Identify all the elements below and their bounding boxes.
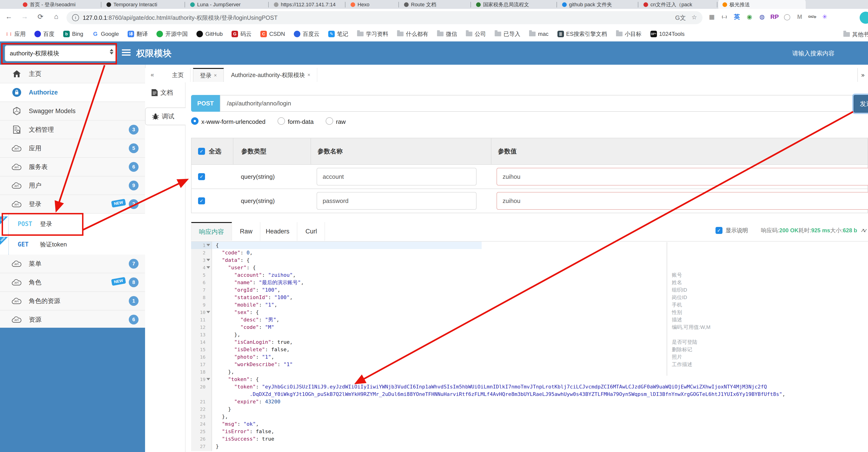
header-search-input[interactable]: 请输入搜索内容 [792, 49, 835, 57]
forward-icon[interactable]: → [20, 12, 30, 21]
home-icon[interactable]: ⌂ [51, 12, 61, 21]
bookmark-item[interactable]: bBing [63, 31, 83, 37]
browser-tab[interactable]: 极光推送 [718, 0, 806, 9]
browser-tab[interactable]: Luna - JumpServer [186, 0, 276, 9]
site-info-icon[interactable]: i [72, 14, 79, 21]
sidebar-item-登录[interactable]: API登录NEW2 [0, 195, 145, 214]
home-icon [11, 69, 22, 79]
bookmark-item[interactable]: mac [529, 31, 548, 37]
sidebar-item-应用[interactable]: API应用5 [0, 139, 145, 158]
sidebar-item-角色的资源[interactable]: API角色的资源1 [0, 292, 145, 310]
sidebar-item-服务表[interactable]: API服务表6 [0, 158, 145, 176]
response-tab-响应内容[interactable]: 响应内容 [191, 222, 232, 241]
select-all-checkbox[interactable]: ✓ [198, 148, 205, 155]
extension-icon[interactable]: GitZip [808, 12, 816, 21]
bookmark-item[interactable]: 学习资料 [357, 30, 388, 38]
collapse-sidebar-icon[interactable]: « [151, 71, 154, 79]
bookmark-item[interactable]: 百度云 [294, 30, 319, 38]
menu-toggle-icon[interactable] [122, 49, 131, 56]
send-button[interactable]: 发送 [854, 95, 868, 113]
bookmark-item[interactable]: 译翻译 [128, 30, 148, 38]
bookmark-star-icon[interactable]: ☆ [691, 14, 697, 22]
browser-tab[interactable]: Route 文档 [400, 0, 478, 9]
browser-tab[interactable]: Temporary Interacti [102, 0, 192, 9]
sidebar-item-菜单[interactable]: API菜单7 [0, 255, 145, 273]
bookmark-item[interactable]: G码云 [231, 30, 251, 38]
param-name-input[interactable]: account [317, 168, 476, 186]
show-desc-checkbox[interactable]: ✓ [715, 227, 722, 234]
sidebar-item-资源[interactable]: API资源6 [0, 310, 145, 329]
extension-icon[interactable]: ▦ [708, 12, 716, 21]
bookmark-item[interactable]: 开源中国 [156, 30, 188, 38]
param-value-input[interactable]: zuihou [497, 192, 868, 210]
module-select[interactable]: authority-权限模块 [5, 45, 117, 61]
extension-icon[interactable]: ✳ [820, 12, 829, 21]
extension-icon[interactable]: ◍ [758, 12, 766, 21]
sidebar-item-Swagger Models[interactable]: Swagger Models [0, 102, 145, 120]
param-checkbox[interactable]: ✓ [198, 173, 205, 180]
bookmark-item[interactable]: CCSDN [260, 31, 285, 37]
back-icon[interactable]: ← [4, 12, 14, 21]
sidebar-item-主页[interactable]: 主页 [0, 65, 145, 83]
more-tabs-icon[interactable]: » [857, 68, 868, 82]
extension-icon[interactable]: RP [770, 12, 779, 21]
extension-icon[interactable]: ◯ [783, 12, 791, 21]
workspace-tab-登录[interactable]: 登录× [193, 68, 224, 82]
body-mode-raw[interactable]: raw [326, 117, 346, 125]
translate-icon[interactable]: G文 [675, 14, 686, 22]
profile-avatar[interactable] [860, 12, 868, 24]
browser-tab[interactable]: Hexo [346, 0, 406, 9]
body-mode-x-www-form-urlencoded[interactable]: x-www-form-urlencoded [191, 117, 266, 125]
bookmark-item[interactable]: 百度 [34, 30, 54, 38]
browser-tab[interactable]: https://112.107.141.7:14 [270, 0, 352, 9]
fold-arrow-icon[interactable] [207, 266, 210, 269]
extension-icon[interactable]: {…} [720, 12, 728, 21]
bookmark-item[interactable]: 小目标 [616, 30, 642, 38]
bookmark-item[interactable]: ≣ES搜索引擎文档 [557, 30, 607, 38]
workspace-tab-Authorize-authority-权限模块[interactable]: Authorize-authority-权限模块× [224, 68, 317, 82]
extension-icon[interactable]: ◉ [745, 12, 754, 21]
bookmark-item[interactable]: 10²⁴1024Tools [650, 31, 685, 37]
sidebar-item-角色[interactable]: API角色NEW8 [0, 273, 145, 292]
expand-icon[interactable]: ↗↙ [860, 227, 866, 233]
side-tab-文档[interactable]: 文档 [145, 84, 185, 101]
address-bar[interactable]: i 127.0.0.1 :8760/api/gate/doc.html#/aut… [66, 11, 703, 24]
request-url-input[interactable]: /api/authority/anno/login [220, 95, 860, 112]
close-tab-icon[interactable]: × [214, 73, 217, 79]
bookmark-item[interactable]: GitHub [196, 31, 223, 37]
param-checkbox[interactable]: ✓ [198, 197, 205, 204]
param-value-input[interactable]: zuihou [497, 168, 868, 186]
sidebar-item-文档管理[interactable]: 文档管理3 [0, 120, 145, 139]
sidebar-subitem-登录[interactable]: NEWPOST登录 [0, 214, 145, 234]
response-tab-Raw[interactable]: Raw [232, 222, 260, 241]
close-tab-icon[interactable]: × [307, 72, 310, 78]
response-tab-Headers[interactable]: Headers [258, 222, 297, 241]
bookmark-item[interactable]: 微信 [437, 30, 457, 38]
bookmark-item[interactable]: ⋮⋮应用 [6, 30, 26, 38]
param-name-input[interactable]: password [317, 192, 476, 210]
fold-arrow-icon[interactable] [207, 259, 210, 261]
sidebar-item-Authorize[interactable]: Authorize [0, 83, 145, 102]
browser-tab[interactable]: 首页 - 登录/seoadmi [19, 0, 108, 9]
browser-tab[interactable]: github pack 文件夹 [558, 0, 645, 9]
browser-tab[interactable]: 国家税务总局流程文 [472, 0, 564, 9]
workspace-tab-主页[interactable]: 主页 [165, 68, 191, 82]
fold-arrow-icon[interactable] [207, 244, 210, 246]
other-bookmarks[interactable]: 其他书签 [843, 31, 868, 38]
body-mode-form-data[interactable]: form-data [278, 117, 314, 125]
sidebar-subitem-验证token[interactable]: NEWGET验证token [0, 234, 145, 255]
bookmark-item[interactable]: 公司 [466, 30, 486, 38]
browser-tab[interactable]: cn文件迁入（pack [639, 0, 724, 9]
extension-icon[interactable]: 英 [733, 12, 741, 21]
fold-arrow-icon[interactable] [207, 311, 210, 313]
sidebar-item-用户[interactable]: API用户9 [0, 176, 145, 195]
bookmark-item[interactable]: 什么都有 [397, 30, 428, 38]
bookmark-item[interactable]: 已导入 [495, 30, 520, 38]
bookmark-item[interactable]: GGoogle [92, 31, 119, 37]
reload-icon[interactable]: ⟳ [35, 12, 45, 21]
fold-arrow-icon[interactable] [207, 378, 210, 380]
extension-icon[interactable]: M [796, 12, 804, 21]
side-tab-调试[interactable]: 调试 [145, 108, 186, 125]
response-tab-Curl[interactable]: Curl [298, 222, 325, 241]
bookmark-item[interactable]: ✎笔记 [328, 30, 348, 38]
